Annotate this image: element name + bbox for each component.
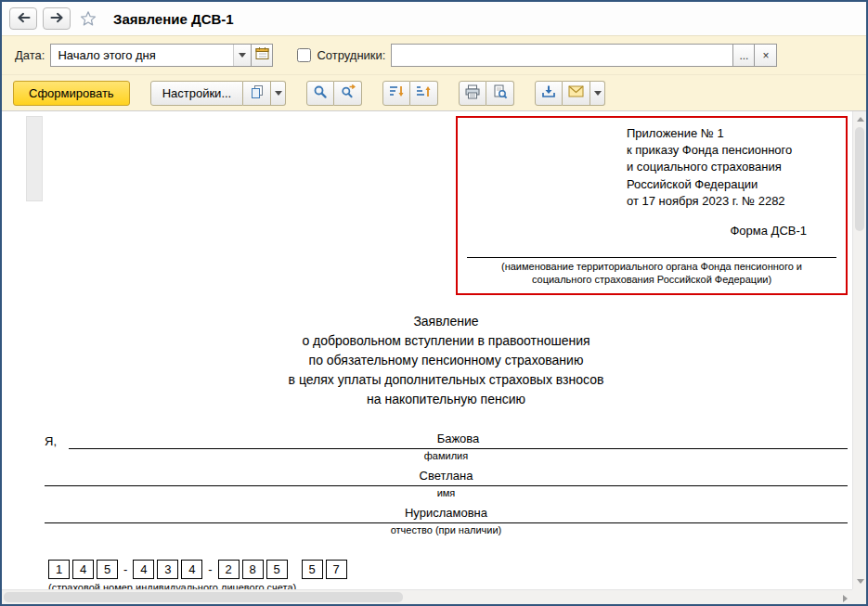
snils-digit: 8 (242, 560, 264, 579)
print-preview-button[interactable] (486, 81, 514, 106)
report-variants-dropdown[interactable] (271, 81, 286, 106)
page-title: Заявление ДСВ-1 (113, 11, 234, 27)
snils-separator: - (205, 562, 217, 576)
date-dropdown-button[interactable] (233, 45, 251, 66)
forward-button[interactable] (43, 7, 71, 30)
surname-caption: фамилия (45, 450, 848, 461)
firstname-value: Светлана (45, 469, 848, 486)
vertical-scroll-thumb[interactable] (855, 127, 864, 231)
chevron-down-icon (275, 91, 282, 96)
snils-row: 1 4 5 - 4 3 4 - 2 8 5 5 7 (48, 560, 848, 579)
snils-digit: 1 (48, 560, 70, 579)
snils-digit: 3 (157, 560, 178, 579)
search-icon (313, 84, 328, 102)
document-title-line: на накопительную пенсию (45, 390, 848, 409)
save-button[interactable] (535, 81, 563, 106)
form-header-line: от 17 ноября 2023 г. № 2282 (627, 193, 840, 210)
save-icon (541, 84, 556, 102)
scroll-down-icon[interactable] (857, 579, 864, 584)
export-group (535, 81, 605, 106)
snils-digit: 5 (97, 560, 118, 579)
org-name-caption: (наименование территориального органа Фо… (463, 258, 840, 290)
copy-icon (250, 84, 265, 102)
filter-panel: Дата: Сотрудники: ... × (2, 35, 866, 74)
scroll-right-icon[interactable] (843, 595, 848, 602)
surname-value: Бажова (69, 432, 848, 449)
form-header-line: и социального страхования (627, 159, 840, 175)
arrow-left-icon (17, 12, 31, 26)
report-variants-button[interactable] (243, 81, 271, 106)
document-viewport: Приложение № 1 к приказу Фонда пенсионно… (2, 111, 866, 604)
email-dropdown[interactable] (590, 81, 605, 106)
chevron-down-icon (594, 91, 602, 96)
date-picker (50, 44, 273, 67)
document-title-line: о добровольном вступлении в правоотношен… (45, 331, 848, 351)
document-title-line: в целях уплаты дополнительных страховых … (45, 370, 848, 390)
snils-separator: - (121, 562, 133, 576)
print-group (459, 81, 514, 106)
sort-descending-button[interactable] (382, 81, 410, 106)
dsv1-form: Приложение № 1 к приказу Фонда пенсионно… (45, 116, 848, 589)
email-button[interactable] (563, 81, 590, 106)
chevron-down-icon (239, 53, 246, 58)
sort-asc-icon (416, 84, 432, 101)
snils-digit: 7 (326, 560, 347, 579)
snils-digit: 2 (218, 560, 240, 579)
sort-group (382, 81, 438, 106)
app-window: Заявление ДСВ-1 Дата: Сотрудники: ... × … (0, 0, 868, 606)
generate-button[interactable]: Сформировать (13, 81, 130, 106)
employees-clear-button[interactable]: × (755, 44, 777, 67)
form-header-line: Приложение № 1 (627, 125, 840, 142)
form-header-box: Приложение № 1 к приказу Фонда пенсионно… (456, 116, 848, 295)
search-group (306, 81, 362, 106)
date-label: Дата: (15, 48, 45, 62)
employees-checkbox[interactable] (297, 48, 311, 62)
print-button[interactable] (459, 81, 486, 106)
pronoun-label: Я, (45, 434, 69, 449)
document-title-line: Заявление (45, 312, 848, 331)
snils-digit: 4 (181, 560, 202, 579)
scrollbar-corner (852, 589, 866, 604)
date-calendar-button[interactable] (251, 45, 272, 66)
margin-strip (26, 116, 43, 201)
firstname-caption: имя (45, 487, 848, 498)
snils-digit: 4 (72, 560, 94, 579)
favorite-star-icon[interactable] (76, 7, 100, 30)
employees-input[interactable] (391, 44, 732, 67)
sort-desc-icon (389, 84, 405, 101)
horizontal-scrollbar[interactable] (2, 589, 852, 604)
document-title: Заявление о добровольном вступлении в пр… (45, 312, 848, 409)
employees-field: ... × (391, 44, 777, 67)
printer-icon (464, 84, 481, 102)
scroll-up-icon[interactable] (857, 117, 864, 122)
date-input[interactable] (51, 45, 233, 66)
vertical-scrollbar[interactable] (852, 111, 866, 589)
snils-digit: 5 (302, 560, 323, 579)
form-header-line: Российской Федерации (627, 176, 840, 193)
search-next-button[interactable] (334, 81, 362, 106)
employees-label: Сотрудники: (317, 48, 385, 62)
form-name: Форма ДСВ-1 (463, 224, 840, 238)
employees-more-button[interactable]: ... (732, 44, 755, 67)
settings-button[interactable]: Настройки... (150, 81, 244, 106)
snils-digit: 4 (133, 560, 154, 579)
print-preview-icon (492, 84, 508, 102)
surname-row: Я, Бажова (45, 432, 848, 449)
calendar-icon (255, 46, 269, 64)
form-header-lines: Приложение № 1 к приказу Фонда пенсионно… (627, 125, 840, 210)
form-header-line: к приказу Фонда пенсионного (627, 142, 840, 159)
snils-digit: 5 (266, 560, 288, 579)
arrow-right-icon (50, 12, 64, 26)
patronymic-caption: отчество (при наличии) (45, 524, 848, 535)
document-title-line: по обязательному пенсионному страхованию (45, 351, 848, 370)
settings-group: Настройки... (150, 81, 287, 106)
back-button[interactable] (9, 7, 37, 30)
horizontal-scroll-thumb[interactable] (4, 592, 403, 602)
report-toolbar: Сформировать Настройки... (2, 74, 866, 111)
search-next-icon (341, 84, 356, 102)
org-name-blank-line (467, 238, 836, 258)
titlebar: Заявление ДСВ-1 (2, 2, 866, 35)
search-button[interactable] (306, 81, 334, 106)
mail-icon (568, 85, 584, 100)
sort-ascending-button[interactable] (410, 81, 438, 106)
